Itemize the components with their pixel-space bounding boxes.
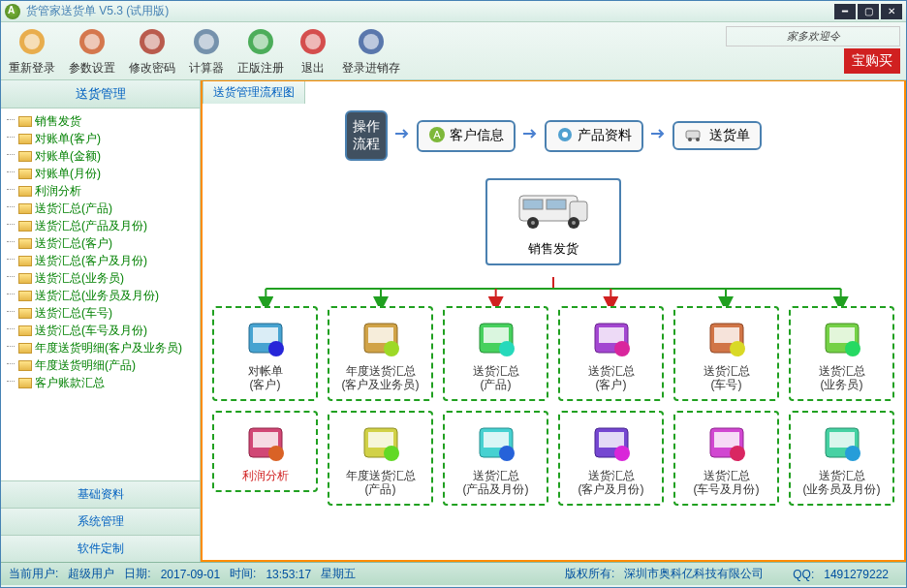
sales-label: 销售发货	[493, 240, 613, 258]
nav-tree: 销售发货对账单(客户)对账单(金额)对账单(月份)利润分析送货汇总(产品)送货汇…	[1, 108, 200, 480]
cell-label: 送货汇总(产品)	[449, 364, 543, 391]
svg-point-66	[730, 446, 745, 461]
tree-item-12[interactable]: 送货汇总(车号及月份)	[1, 322, 200, 339]
tool-settings[interactable]: 参数设置	[69, 26, 115, 77]
exit-icon	[297, 26, 328, 57]
content-tab[interactable]: 送货管理流程图	[203, 80, 305, 104]
folder-icon	[18, 203, 32, 214]
tree-item-7[interactable]: 送货汇总(客户)	[1, 234, 200, 252]
tree-item-11[interactable]: 送货汇总(车号)	[1, 304, 200, 322]
status-copyright: 深圳市奥科亿科技有限公司	[624, 566, 764, 582]
grid-cell-1-4[interactable]: 送货汇总(车号及月份)	[673, 411, 779, 506]
tree-item-13[interactable]: 年度送货明细(客户及业务员)	[1, 339, 200, 356]
tree-item-14[interactable]: 年度送货明细(产品)	[1, 356, 200, 374]
tree-item-4[interactable]: 利润分析	[1, 182, 200, 200]
tree-item-5[interactable]: 送货汇总(产品)	[1, 200, 200, 217]
svg-point-69	[845, 341, 860, 356]
tree-item-2[interactable]: 对账单(金额)	[1, 147, 200, 165]
process-step-1[interactable]: 产品资料	[545, 120, 643, 152]
tree-item-label: 送货汇总(业务员及月份)	[35, 288, 159, 303]
cell-label: 对帐单(客户)	[218, 364, 312, 391]
svg-rect-56	[599, 327, 624, 343]
svg-point-57	[614, 341, 630, 356]
report-icon	[587, 420, 636, 465]
tree-item-label: 送货汇总(客户及月份)	[35, 253, 147, 268]
tree-item-9[interactable]: 送货汇总(业务员)	[1, 269, 200, 287]
cell-label: 送货汇总(业务员及月份)	[795, 469, 889, 496]
tool-login-inv[interactable]: 登录进销存	[342, 26, 400, 77]
tool-calc[interactable]: 计算器	[189, 26, 224, 77]
tree-item-label: 利润分析	[35, 183, 81, 199]
tool-register[interactable]: 正版注册	[237, 26, 284, 77]
step-label: 客户信息	[450, 127, 504, 144]
tree-item-label: 年度送货明细(产品)	[35, 357, 136, 373]
tree-item-1[interactable]: 对账单(客户)	[1, 130, 200, 147]
svg-point-51	[499, 341, 515, 356]
settings-label: 参数设置	[69, 60, 115, 77]
grid-cell-1-2[interactable]: 送货汇总(产品及月份)	[443, 411, 548, 506]
grid-cell-1-3[interactable]: 送货汇总(客户及月份)	[558, 411, 664, 506]
grid-cell-1-5[interactable]: 送货汇总(业务员及月份)	[789, 411, 894, 506]
buy-button[interactable]: 宝购买	[844, 48, 900, 74]
folder-icon	[18, 116, 32, 127]
tool-relogin[interactable]: 重新登录	[9, 26, 55, 77]
folder-icon	[18, 360, 32, 371]
tree-item-6[interactable]: 送货汇总(产品及月份)	[1, 217, 200, 234]
svg-point-63	[730, 341, 745, 356]
grid-cell-0-2[interactable]: 送货汇总(产品)	[443, 306, 548, 401]
folder-icon	[18, 256, 32, 266]
grid-cell-0-3[interactable]: 送货汇总(客户)	[558, 306, 664, 401]
folder-icon	[18, 186, 32, 197]
close-button[interactable]: ✕	[881, 4, 902, 19]
report-icon	[241, 316, 290, 360]
sales-box[interactable]: 销售发货	[485, 178, 621, 265]
side-section-2[interactable]: 软件定制	[1, 535, 200, 562]
grid-cell-0-1[interactable]: 年度送货汇总(客户及业务员)	[328, 306, 433, 401]
tree-item-15[interactable]: 客户账款汇总	[1, 374, 200, 391]
grid-cell-1-0[interactable]: 利润分析	[212, 411, 318, 492]
tool-password[interactable]: 修改密码	[129, 26, 175, 77]
sidebar-header[interactable]: 送货管理	[1, 80, 200, 108]
svg-point-9	[253, 34, 268, 49]
van-icon	[510, 186, 597, 232]
svg-point-11	[305, 34, 321, 49]
svg-point-17	[562, 132, 568, 138]
status-qq: 1491279222	[824, 568, 889, 581]
svg-rect-41	[253, 432, 278, 448]
status-time-label: 时间:	[230, 566, 256, 582]
exit-label: 退出	[301, 60, 325, 77]
grid-cell-1-1[interactable]: 年度送货汇总(产品)	[328, 411, 433, 506]
folder-icon	[18, 378, 32, 388]
tree-item-8[interactable]: 送货汇总(客户及月份)	[1, 252, 200, 269]
side-section-1[interactable]: 系统管理	[1, 508, 200, 535]
maximize-button[interactable]: ▢	[858, 4, 879, 19]
password-label: 修改密码	[129, 60, 175, 77]
svg-point-45	[384, 341, 399, 356]
tree-item-label: 对账单(金额)	[35, 148, 101, 164]
tree-item-10[interactable]: 送货汇总(业务员及月份)	[1, 287, 200, 304]
tree-item-label: 年度送货明细(客户及业务员)	[35, 340, 182, 356]
tree-item-label: 送货汇总(客户)	[35, 235, 112, 251]
report-icon	[357, 316, 405, 360]
svg-point-7	[199, 34, 214, 49]
step-icon	[556, 126, 574, 146]
tool-exit[interactable]: 退出	[297, 26, 328, 77]
svg-rect-68	[829, 327, 855, 343]
grid-cell-0-5[interactable]: 送货汇总(业务员)	[789, 306, 894, 401]
tree-item-0[interactable]: 销售发货	[1, 112, 200, 130]
process-step-2[interactable]: 送货单	[672, 121, 762, 150]
process-bar: 操作 流程 A客户信息产品资料送货单	[212, 110, 894, 161]
svg-rect-62	[714, 327, 739, 343]
side-section-0[interactable]: 基础资料	[1, 480, 200, 508]
svg-rect-47	[368, 432, 393, 448]
cell-label: 送货汇总(业务员)	[795, 364, 889, 391]
tree-item-3[interactable]: 对账单(月份)	[1, 165, 200, 182]
minimize-button[interactable]: ━	[834, 4, 856, 19]
grid-cell-0-0[interactable]: 对帐单(客户)	[212, 306, 318, 401]
svg-point-42	[268, 446, 284, 461]
grid-cell-0-4[interactable]: 送货汇总(车号)	[673, 306, 779, 401]
login-inv-icon	[356, 26, 387, 57]
status-copyright-label: 版权所有:	[565, 566, 614, 582]
step-label: 产品资料	[578, 127, 632, 144]
process-step-0[interactable]: A客户信息	[417, 120, 516, 152]
